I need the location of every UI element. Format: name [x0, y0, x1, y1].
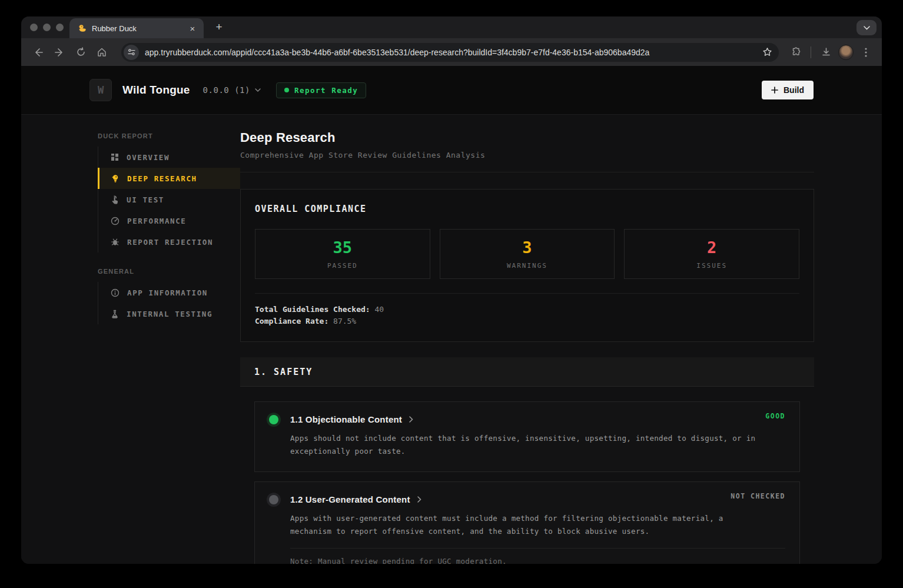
- stat-warnings: 3 WARNINGS: [440, 229, 615, 279]
- sidebar-item-ui-test[interactable]: UI TEST: [98, 189, 240, 210]
- sidebar-item-label: APP INFORMATION: [127, 288, 208, 297]
- puzzle-icon: [791, 47, 801, 57]
- url-text[interactable]: app.tryrubberduck.com/appid/ccc41a3a-be3…: [145, 48, 753, 57]
- minimize-window-button[interactable]: [43, 24, 51, 31]
- sidebar-section-title: DUCK REPORT: [98, 132, 240, 139]
- maximize-window-button[interactable]: [56, 24, 64, 31]
- sidebar-item-performance[interactable]: PERFORMANCE: [98, 210, 240, 231]
- site-settings-icon[interactable]: [124, 45, 139, 60]
- home-button[interactable]: [93, 44, 111, 61]
- sidebar-item-label: DEEP RESEARCH: [127, 174, 197, 183]
- stat-passed: 35 PASSED: [255, 229, 430, 279]
- sidebar-item-deep-research[interactable]: DEEP RESEARCH: [98, 168, 240, 189]
- warnings-count: 3: [522, 238, 532, 257]
- profile-avatar[interactable]: [838, 45, 854, 60]
- guideline-header: 1.2 User-Generated Content NOT CHECKED: [269, 494, 785, 504]
- forward-button[interactable]: [51, 44, 68, 61]
- back-button[interactable]: [29, 44, 47, 61]
- guideline-header: 1.1 Objectionable Content GOOD: [269, 414, 785, 424]
- reload-icon: [76, 47, 86, 57]
- status-dot-good-icon: [269, 415, 278, 424]
- compliance-card-title: OVERALL COMPLIANCE: [255, 204, 799, 214]
- compliance-rate-row: Compliance Rate: 87.5%: [255, 315, 799, 327]
- status-dot-neutral-icon: [269, 495, 278, 504]
- info-icon: [111, 288, 119, 297]
- safety-section-title: 1. SAFETY: [254, 367, 313, 377]
- guideline-status: GOOD: [765, 412, 785, 420]
- sidebar-item-label: REPORT REJECTION: [127, 238, 213, 247]
- close-window-button[interactable]: [30, 24, 38, 31]
- status-dot-icon: [284, 88, 289, 92]
- tab-search-chevron-button[interactable]: [856, 20, 877, 35]
- build-button[interactable]: Build: [762, 81, 814, 99]
- guideline-status: NOT CHECKED: [731, 492, 785, 500]
- issues-count: 2: [707, 238, 716, 257]
- reload-button[interactable]: [72, 44, 89, 61]
- app-logo: W: [89, 79, 112, 101]
- page-subtitle: Comprehensive App Store Review Guideline…: [240, 151, 814, 160]
- safety-section-header: 1. SAFETY: [240, 357, 814, 387]
- warnings-label: WARNINGS: [507, 262, 547, 270]
- url-bar[interactable]: app.tryrubberduck.com/appid/ccc41a3a-be3…: [121, 43, 779, 62]
- downloads-button[interactable]: [817, 44, 835, 61]
- extensions-button[interactable]: [787, 44, 805, 61]
- browser-menu-button[interactable]: [857, 44, 875, 61]
- page-body: DUCK REPORT OVERVIEW DEEP RESEARCH UI TE…: [21, 115, 882, 564]
- sidebar-item-internal-testing[interactable]: INTERNAL TESTING: [98, 303, 240, 324]
- sidebar-item-label: INTERNAL TESTING: [127, 310, 213, 318]
- plus-icon: [771, 87, 778, 94]
- guideline-card-1-1[interactable]: 1.1 Objectionable Content GOOD Apps shou…: [254, 401, 800, 472]
- forward-arrow-icon: [54, 47, 65, 58]
- download-icon: [821, 47, 831, 57]
- app-logo-glyph: W: [98, 84, 104, 96]
- back-arrow-icon: [33, 47, 44, 58]
- bug-icon: [111, 238, 119, 247]
- tab-strip: Rubber Duck × +: [21, 16, 882, 38]
- divider: [255, 293, 799, 294]
- home-icon: [97, 47, 107, 58]
- traffic-lights: [30, 24, 64, 31]
- app-name: Wild Tongue: [122, 84, 190, 97]
- chevron-right-icon: [417, 496, 421, 503]
- passed-label: PASSED: [327, 262, 358, 270]
- browser-window: Rubber Duck × + app.tryrubberduck.com/ap…: [21, 16, 882, 564]
- total-guidelines-label: Total Guidelines Checked:: [255, 305, 370, 314]
- version-chevron-icon[interactable]: [255, 88, 261, 92]
- page-title: Deep Research: [240, 130, 814, 145]
- compliance-rate-value: 87.5%: [333, 317, 356, 325]
- duck-lightbulb-icon: [111, 174, 119, 183]
- sidebar-item-app-information[interactable]: APP INFORMATION: [98, 282, 240, 303]
- safety-section-body: 1.1 Objectionable Content GOOD Apps shou…: [240, 387, 814, 564]
- bookmark-star-icon[interactable]: [759, 44, 775, 61]
- sidebar-section-title: GENERAL: [98, 268, 240, 275]
- passed-count: 35: [333, 238, 353, 257]
- toolbar-separator: [811, 46, 811, 58]
- overall-compliance-card: OVERALL COMPLIANCE 35 PASSED 3 WARNINGS …: [240, 189, 814, 342]
- tab-close-icon[interactable]: ×: [187, 23, 198, 34]
- speedometer-icon: [111, 217, 119, 225]
- sidebar-menu-duck-report: OVERVIEW DEEP RESEARCH UI TEST PERFORMAN…: [98, 147, 240, 253]
- sidebar-item-label: OVERVIEW: [127, 153, 170, 162]
- flask-icon: [111, 310, 119, 318]
- browser-tab[interactable]: Rubber Duck ×: [69, 18, 204, 38]
- new-tab-button[interactable]: +: [212, 20, 226, 34]
- guideline-description: Apps with user-generated content must in…: [290, 512, 761, 538]
- issues-label: ISSUES: [696, 262, 727, 270]
- total-guidelines-value: 40: [375, 305, 384, 314]
- kebab-menu-icon: [865, 48, 867, 57]
- guideline-description: Apps should not include content that is …: [290, 432, 761, 458]
- chevron-down-icon: [864, 26, 870, 30]
- stat-issues: 2 ISSUES: [624, 229, 799, 279]
- tab-title: Rubber Duck: [92, 24, 182, 33]
- version-selector[interactable]: 0.0.0 (1): [203, 85, 250, 95]
- sidebar-item-report-rejection[interactable]: REPORT REJECTION: [98, 231, 240, 253]
- report-status-badge: Report Ready: [276, 82, 366, 98]
- sidebar-item-overview[interactable]: OVERVIEW: [98, 147, 240, 168]
- grid-icon: [111, 153, 119, 161]
- compliance-rate-label: Compliance Rate:: [255, 317, 328, 325]
- chevron-right-icon: [409, 416, 413, 423]
- guideline-card-1-2[interactable]: 1.2 User-Generated Content NOT CHECKED A…: [254, 481, 800, 564]
- tap-pointer-icon: [111, 195, 119, 204]
- compliance-stats: 35 PASSED 3 WARNINGS 2 ISSUES: [255, 229, 799, 279]
- sidebar-item-label: PERFORMANCE: [127, 217, 186, 225]
